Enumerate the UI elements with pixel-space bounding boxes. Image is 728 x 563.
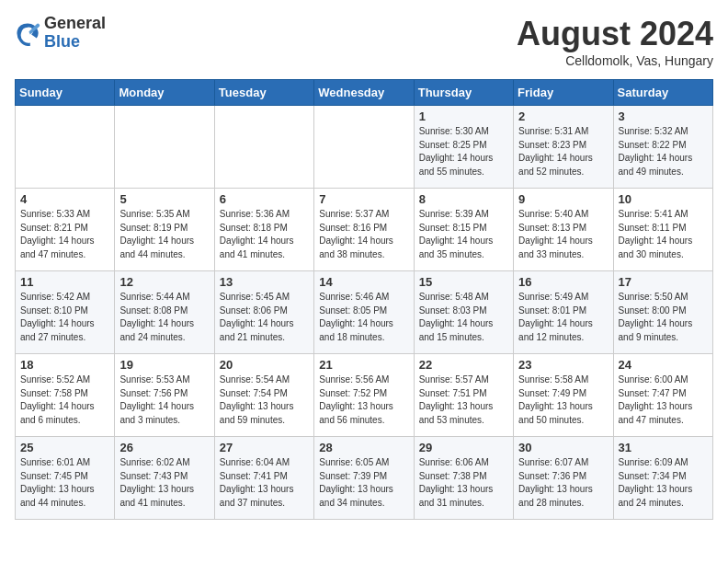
calendar-cell: 11Sunrise: 5:42 AM Sunset: 8:10 PM Dayli… [16, 271, 115, 354]
title-block: August 2024 Celldomolk, Vas, Hungary [517, 15, 713, 68]
calendar-cell: 1Sunrise: 5:30 AM Sunset: 8:25 PM Daylig… [414, 106, 513, 189]
day-number: 20 [220, 358, 309, 372]
calendar-cell: 13Sunrise: 5:45 AM Sunset: 8:06 PM Dayli… [214, 271, 313, 354]
weekday-header-friday: Friday [514, 80, 613, 106]
logo: General Blue [15, 15, 106, 52]
day-info: Sunrise: 5:37 AM Sunset: 8:16 PM Dayligh… [319, 208, 408, 261]
weekday-header-wednesday: Wednesday [314, 80, 414, 106]
calendar-week-3: 18Sunrise: 5:52 AM Sunset: 7:58 PM Dayli… [16, 354, 713, 437]
calendar-cell: 14Sunrise: 5:46 AM Sunset: 8:05 PM Dayli… [314, 271, 414, 354]
calendar-header: SundayMondayTuesdayWednesdayThursdayFrid… [16, 80, 713, 106]
day-info: Sunrise: 6:00 AM Sunset: 7:47 PM Dayligh… [619, 373, 708, 427]
calendar-cell: 10Sunrise: 5:41 AM Sunset: 8:11 PM Dayli… [613, 189, 712, 271]
day-info: Sunrise: 5:32 AM Sunset: 8:22 PM Dayligh… [619, 125, 708, 178]
weekday-header-thursday: Thursday [414, 80, 513, 106]
calendar-cell: 18Sunrise: 5:52 AM Sunset: 7:58 PM Dayli… [16, 354, 115, 437]
calendar-cell: 26Sunrise: 6:02 AM Sunset: 7:43 PM Dayli… [115, 437, 214, 520]
day-info: Sunrise: 5:44 AM Sunset: 8:08 PM Dayligh… [119, 291, 209, 344]
day-info: Sunrise: 5:41 AM Sunset: 8:11 PM Dayligh… [619, 208, 708, 261]
calendar-cell: 7Sunrise: 5:37 AM Sunset: 8:16 PM Daylig… [314, 189, 414, 271]
day-number: 31 [619, 441, 708, 454]
weekday-header-saturday: Saturday [613, 80, 712, 106]
day-number: 7 [319, 192, 408, 206]
day-number: 10 [619, 192, 708, 206]
calendar-cell: 9Sunrise: 5:40 AM Sunset: 8:13 PM Daylig… [514, 189, 613, 271]
location-subtitle: Celldomolk, Vas, Hungary [517, 53, 713, 68]
day-info: Sunrise: 5:33 AM Sunset: 8:21 PM Dayligh… [20, 208, 109, 261]
calendar-table: SundayMondayTuesdayWednesdayThursdayFrid… [15, 79, 713, 520]
calendar-body: 1Sunrise: 5:30 AM Sunset: 8:25 PM Daylig… [16, 106, 713, 520]
day-number: 17 [619, 275, 708, 289]
calendar-cell: 6Sunrise: 5:36 AM Sunset: 8:18 PM Daylig… [214, 189, 313, 271]
day-number: 14 [319, 275, 408, 289]
calendar-cell [16, 106, 115, 189]
day-number: 19 [119, 358, 209, 372]
day-number: 12 [119, 275, 209, 289]
calendar-cell: 21Sunrise: 5:56 AM Sunset: 7:52 PM Dayli… [314, 354, 414, 437]
day-info: Sunrise: 6:04 AM Sunset: 7:41 PM Dayligh… [220, 456, 309, 510]
day-info: Sunrise: 5:46 AM Sunset: 8:05 PM Dayligh… [319, 291, 408, 344]
calendar-week-1: 4Sunrise: 5:33 AM Sunset: 8:21 PM Daylig… [16, 189, 713, 271]
day-info: Sunrise: 6:09 AM Sunset: 7:34 PM Dayligh… [619, 456, 708, 510]
day-number: 4 [20, 192, 109, 206]
day-number: 16 [518, 275, 608, 289]
calendar-cell: 25Sunrise: 6:01 AM Sunset: 7:45 PM Dayli… [16, 437, 115, 520]
day-number: 30 [518, 441, 608, 454]
day-number: 15 [419, 275, 508, 289]
day-info: Sunrise: 5:56 AM Sunset: 7:52 PM Dayligh… [319, 373, 408, 427]
logo-icon [15, 20, 40, 46]
day-info: Sunrise: 5:36 AM Sunset: 8:18 PM Dayligh… [220, 208, 309, 261]
day-info: Sunrise: 6:01 AM Sunset: 7:45 PM Dayligh… [20, 456, 109, 510]
calendar-cell: 23Sunrise: 5:58 AM Sunset: 7:49 PM Dayli… [514, 354, 613, 437]
calendar-cell [314, 106, 414, 189]
day-info: Sunrise: 5:31 AM Sunset: 8:23 PM Dayligh… [518, 125, 608, 178]
calendar-cell: 22Sunrise: 5:57 AM Sunset: 7:51 PM Dayli… [414, 354, 513, 437]
day-number: 26 [119, 441, 209, 454]
calendar-cell: 2Sunrise: 5:31 AM Sunset: 8:23 PM Daylig… [514, 106, 613, 189]
day-number: 27 [220, 441, 309, 454]
day-number: 1 [419, 109, 508, 123]
day-number: 25 [20, 441, 109, 454]
day-number: 5 [119, 192, 209, 206]
day-info: Sunrise: 5:40 AM Sunset: 8:13 PM Dayligh… [518, 208, 608, 261]
calendar-cell: 12Sunrise: 5:44 AM Sunset: 8:08 PM Dayli… [115, 271, 214, 354]
logo-general: General [44, 15, 106, 33]
day-info: Sunrise: 5:49 AM Sunset: 8:01 PM Dayligh… [518, 291, 608, 344]
day-info: Sunrise: 5:30 AM Sunset: 8:25 PM Dayligh… [419, 125, 508, 178]
calendar-week-2: 11Sunrise: 5:42 AM Sunset: 8:10 PM Dayli… [16, 271, 713, 354]
day-info: Sunrise: 6:02 AM Sunset: 7:43 PM Dayligh… [119, 456, 209, 510]
day-number: 2 [518, 109, 608, 123]
calendar-cell: 24Sunrise: 6:00 AM Sunset: 7:47 PM Dayli… [613, 354, 712, 437]
calendar-week-4: 25Sunrise: 6:01 AM Sunset: 7:45 PM Dayli… [16, 437, 713, 520]
day-number: 13 [220, 275, 309, 289]
day-info: Sunrise: 5:45 AM Sunset: 8:06 PM Dayligh… [220, 291, 309, 344]
calendar-cell: 4Sunrise: 5:33 AM Sunset: 8:21 PM Daylig… [16, 189, 115, 271]
weekday-header-monday: Monday [115, 80, 214, 106]
day-number: 24 [619, 358, 708, 372]
calendar-cell: 8Sunrise: 5:39 AM Sunset: 8:15 PM Daylig… [414, 189, 513, 271]
day-info: Sunrise: 5:48 AM Sunset: 8:03 PM Dayligh… [419, 291, 508, 344]
calendar-cell [214, 106, 313, 189]
day-info: Sunrise: 5:35 AM Sunset: 8:19 PM Dayligh… [119, 208, 209, 261]
day-number: 29 [419, 441, 508, 454]
day-info: Sunrise: 5:58 AM Sunset: 7:49 PM Dayligh… [518, 373, 608, 427]
calendar-cell: 28Sunrise: 6:05 AM Sunset: 7:39 PM Dayli… [314, 437, 414, 520]
day-info: Sunrise: 5:53 AM Sunset: 7:56 PM Dayligh… [119, 373, 209, 427]
day-number: 18 [20, 358, 109, 372]
day-info: Sunrise: 5:42 AM Sunset: 8:10 PM Dayligh… [20, 291, 109, 344]
day-info: Sunrise: 6:05 AM Sunset: 7:39 PM Dayligh… [319, 456, 408, 510]
calendar-cell: 17Sunrise: 5:50 AM Sunset: 8:00 PM Dayli… [613, 271, 712, 354]
calendar-cell: 20Sunrise: 5:54 AM Sunset: 7:54 PM Dayli… [214, 354, 313, 437]
day-number: 23 [518, 358, 608, 372]
day-info: Sunrise: 5:39 AM Sunset: 8:15 PM Dayligh… [419, 208, 508, 261]
calendar-cell: 31Sunrise: 6:09 AM Sunset: 7:34 PM Dayli… [613, 437, 712, 520]
calendar-cell: 5Sunrise: 5:35 AM Sunset: 8:19 PM Daylig… [115, 189, 214, 271]
calendar-cell: 3Sunrise: 5:32 AM Sunset: 8:22 PM Daylig… [613, 106, 712, 189]
day-number: 21 [319, 358, 408, 372]
day-number: 28 [319, 441, 408, 454]
calendar-cell: 19Sunrise: 5:53 AM Sunset: 7:56 PM Dayli… [115, 354, 214, 437]
calendar-week-0: 1Sunrise: 5:30 AM Sunset: 8:25 PM Daylig… [16, 106, 713, 189]
weekday-header-sunday: Sunday [16, 80, 115, 106]
weekday-header-tuesday: Tuesday [214, 80, 313, 106]
day-info: Sunrise: 5:54 AM Sunset: 7:54 PM Dayligh… [220, 373, 309, 427]
